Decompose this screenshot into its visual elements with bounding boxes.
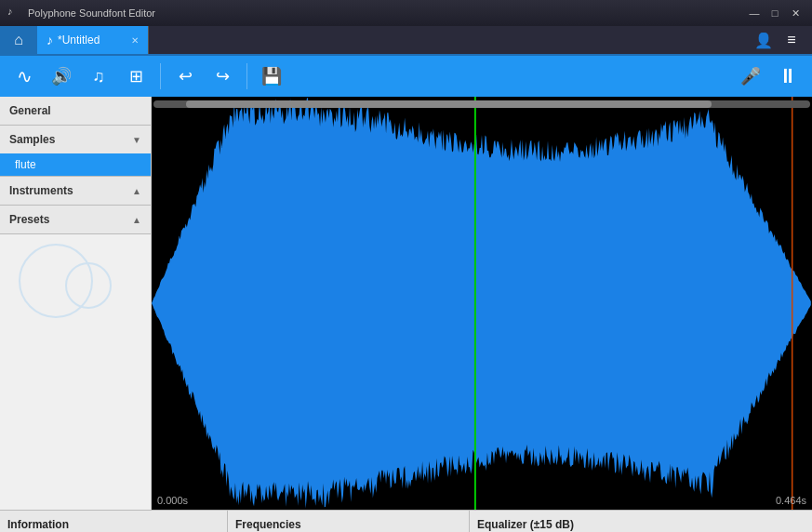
samples-arrow-icon: ▼ xyxy=(132,135,141,145)
sidebar-section-instruments: Instruments ▲ xyxy=(0,177,151,206)
app-icon: ♪ xyxy=(7,6,22,20)
sidebar-instruments-label: Instruments xyxy=(9,184,73,197)
piano-button[interactable]: ⊞ xyxy=(119,60,153,93)
speaker-button[interactable]: 🔊 xyxy=(45,60,78,93)
music-icon: ♫ xyxy=(92,67,105,86)
presets-arrow-icon: ▲ xyxy=(132,215,141,225)
sidebar-section-presets: Presets ▲ xyxy=(0,206,151,234)
sidebar-item-flute[interactable]: flute xyxy=(0,153,151,176)
waveform-svg xyxy=(152,97,812,510)
active-tab[interactable]: ♪ *Untitled ✕ xyxy=(37,26,149,54)
sidebar-header-general[interactable]: General xyxy=(0,97,151,125)
sidebar-presets-label: Presets xyxy=(9,213,49,226)
eq-title: Equalizer (±15 dB) xyxy=(477,518,805,531)
save-button[interactable]: 💾 xyxy=(255,60,288,93)
freq-section: Frequencies key 69, correction 4 (estima… xyxy=(228,511,470,532)
toolbar: ∿ 🔊 ♫ ⊞ ↩ ↪ 💾 🎤 ⏸ xyxy=(0,56,812,97)
window-controls: — □ ✕ xyxy=(745,5,805,21)
minimize-button[interactable]: — xyxy=(745,5,764,21)
title-bar: ♪ Polyphone Soundfont Editor — □ ✕ xyxy=(0,0,812,26)
bottom-panel: Information Size 20441 - 0.464s Loop ↔ ▲… xyxy=(0,510,812,532)
tab-right-icons: 👤 ≡ xyxy=(743,26,812,54)
tab-close-btn[interactable]: ✕ xyxy=(131,35,139,46)
eq-section: Equalizer (±15 dB) 32 64 125 250 500 xyxy=(470,511,812,532)
sidebar-decoration xyxy=(0,234,151,346)
maximize-button[interactable]: □ xyxy=(765,5,784,21)
info-title: Information xyxy=(7,518,220,531)
tab-file-icon: ♪ xyxy=(47,33,53,47)
waveform-time-end: 0.464s xyxy=(776,495,806,506)
sidebar: General Samples ▼ flute Instruments ▲ Pr… xyxy=(0,97,152,510)
app-title: Polyphone Soundfont Editor xyxy=(28,7,745,19)
wave-icon: ∿ xyxy=(17,65,33,87)
sidebar-header-samples[interactable]: Samples ▼ xyxy=(0,126,151,153)
close-button[interactable]: ✕ xyxy=(786,5,805,21)
freq-title: Frequencies xyxy=(235,518,461,531)
microphone-button[interactable]: 🎤 xyxy=(734,60,767,93)
tab-spacer xyxy=(149,26,743,54)
redo-icon: ↪ xyxy=(216,66,230,86)
music-button[interactable]: ♫ xyxy=(82,60,115,93)
tab-bar: ⌂ ♪ *Untitled ✕ 👤 ≡ xyxy=(0,26,812,56)
undo-button[interactable]: ↩ xyxy=(168,60,202,93)
save-icon: 💾 xyxy=(261,66,282,86)
waveform-container[interactable]: 0.000s 0.464s xyxy=(152,97,812,510)
flute-label: flute xyxy=(15,158,36,171)
waveform-time-start: 0.000s xyxy=(157,495,188,506)
tab-label: *Untitled xyxy=(58,33,100,47)
toolbar-separator xyxy=(160,63,161,89)
waveform-scroll-track[interactable] xyxy=(153,100,810,108)
microphone-icon: 🎤 xyxy=(740,66,761,86)
toolbar-separator-2 xyxy=(246,63,247,89)
redo-button[interactable]: ↪ xyxy=(206,60,239,93)
sidebar-samples-label: Samples xyxy=(9,133,55,146)
sidebar-section-general: General xyxy=(0,97,151,126)
info-section: Information Size 20441 - 0.464s Loop ↔ ▲… xyxy=(0,511,228,532)
main-layout: General Samples ▼ flute Instruments ▲ Pr… xyxy=(0,97,812,510)
home-tab[interactable]: ⌂ xyxy=(0,26,37,54)
sidebar-section-samples: Samples ▼ flute xyxy=(0,126,151,177)
piano-icon: ⊞ xyxy=(129,66,143,86)
waveform-scroll-thumb[interactable] xyxy=(186,100,712,108)
undo-icon: ↩ xyxy=(179,66,193,86)
home-icon: ⌂ xyxy=(14,32,23,48)
menu-button[interactable]: ≡ xyxy=(779,27,805,53)
sidebar-header-instruments[interactable]: Instruments ▲ xyxy=(0,177,151,205)
sidebar-header-presets[interactable]: Presets ▲ xyxy=(0,206,151,233)
user-button[interactable]: 👤 xyxy=(751,27,777,53)
speaker-icon: 🔊 xyxy=(51,66,72,86)
instruments-arrow-icon: ▲ xyxy=(132,186,141,196)
wave-button[interactable]: ∿ xyxy=(7,60,41,93)
deco-circle-2 xyxy=(65,262,112,309)
toolbar-right: 🎤 ⏸ xyxy=(734,60,805,93)
sidebar-general-label: General xyxy=(9,104,51,117)
mixer-icon: ⏸ xyxy=(778,64,798,88)
mixer-button[interactable]: ⏸ xyxy=(771,60,805,93)
